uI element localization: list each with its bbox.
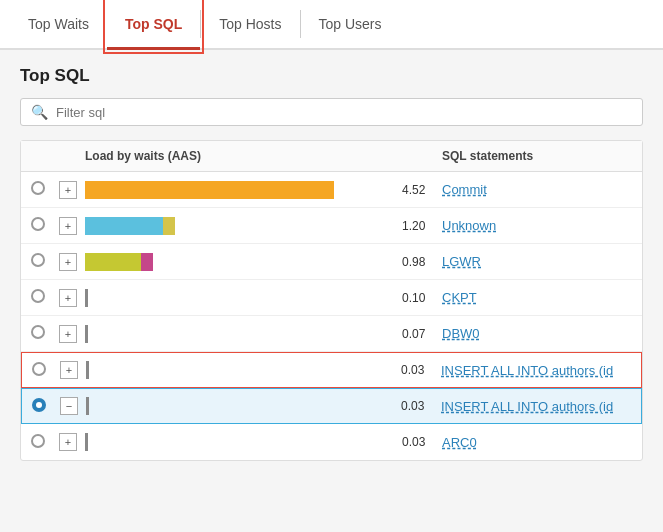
tab-top-users[interactable]: Top Users	[301, 0, 400, 50]
sql-statement-link[interactable]: ARC0	[442, 435, 477, 450]
expand-button[interactable]: +	[59, 433, 77, 451]
radio-button[interactable]	[31, 325, 45, 339]
sql-statement-link[interactable]: INSERT ALL INTO authors (id	[441, 363, 613, 378]
expand-button[interactable]: +	[59, 289, 77, 307]
bar-segment	[85, 217, 163, 235]
filter-bar[interactable]: 🔍	[20, 98, 643, 126]
tab-bar: Top Waits Top SQL Top Hosts Top Users	[0, 0, 663, 50]
sql-statement-link[interactable]: Commit	[442, 182, 487, 197]
sql-statement-link[interactable]: CKPT	[442, 290, 477, 305]
bar-track	[85, 289, 396, 307]
radio-button[interactable]	[32, 398, 46, 412]
expand-button[interactable]: +	[60, 361, 78, 379]
sql-statement-link[interactable]: Unknown	[442, 218, 496, 233]
bar-track	[85, 253, 396, 271]
filter-input[interactable]	[56, 105, 632, 120]
radio-button[interactable]	[31, 289, 45, 303]
expand-button[interactable]: +	[59, 325, 77, 343]
header-sql-statements: SQL statements	[432, 149, 632, 163]
table-row[interactable]: −0.03INSERT ALL INTO authors (id	[21, 388, 642, 424]
bar-segment	[85, 181, 334, 199]
bar-value: 0.10	[402, 291, 432, 305]
expand-button[interactable]: +	[59, 253, 77, 271]
table-row[interactable]: +0.03INSERT ALL INTO authors (id	[21, 352, 642, 388]
expand-button[interactable]: +	[59, 217, 77, 235]
main-content: Top SQL 🔍 Load by waits (AAS) SQL statem…	[0, 50, 663, 477]
bar-track	[85, 217, 396, 235]
bar-value: 0.07	[402, 327, 432, 341]
radio-button[interactable]	[31, 217, 45, 231]
bar-value: 0.03	[401, 399, 431, 413]
bar-track	[85, 325, 396, 343]
sql-statement-link[interactable]: INSERT ALL INTO authors (id	[441, 399, 613, 414]
tab-top-waits[interactable]: Top Waits	[10, 0, 107, 50]
bar-track	[86, 361, 395, 379]
table-body: +4.52Commit+1.20Unknown+0.98LGWR+0.10CKP…	[21, 172, 642, 460]
bar-value: 1.20	[402, 219, 432, 233]
expand-button[interactable]: −	[60, 397, 78, 415]
bar-segment	[85, 253, 141, 271]
thin-bar	[85, 289, 88, 307]
bar-value: 0.03	[402, 435, 432, 449]
search-icon: 🔍	[31, 104, 48, 120]
table-row[interactable]: +1.20Unknown	[21, 208, 642, 244]
table-row[interactable]: +0.10CKPT	[21, 280, 642, 316]
table-header: Load by waits (AAS) SQL statements	[21, 141, 642, 172]
table-row[interactable]: +0.03ARC0	[21, 424, 642, 460]
sql-statement-link[interactable]: LGWR	[442, 254, 481, 269]
thin-bar	[85, 433, 88, 451]
tab-top-sql[interactable]: Top SQL	[107, 0, 200, 50]
sql-table: Load by waits (AAS) SQL statements +4.52…	[20, 140, 643, 461]
tab-top-hosts[interactable]: Top Hosts	[201, 0, 299, 50]
bar-segment	[163, 217, 175, 235]
radio-button[interactable]	[31, 181, 45, 195]
thin-bar	[85, 325, 88, 343]
thin-bar	[86, 361, 89, 379]
section-title: Top SQL	[20, 66, 643, 86]
table-row[interactable]: +0.07DBW0	[21, 316, 642, 352]
header-load-waits: Load by waits (AAS)	[85, 149, 432, 163]
bar-value: 4.52	[402, 183, 432, 197]
bar-value: 0.03	[401, 363, 431, 377]
table-row[interactable]: +4.52Commit	[21, 172, 642, 208]
thin-bar	[86, 397, 89, 415]
table-row[interactable]: +0.98LGWR	[21, 244, 642, 280]
sql-statement-link[interactable]: DBW0	[442, 326, 480, 341]
expand-button[interactable]: +	[59, 181, 77, 199]
bar-track	[86, 397, 395, 415]
radio-button[interactable]	[32, 362, 46, 376]
bar-track	[85, 181, 396, 199]
bar-segment	[141, 253, 153, 271]
radio-button[interactable]	[31, 253, 45, 267]
bar-track	[85, 433, 396, 451]
radio-button[interactable]	[31, 434, 45, 448]
bar-value: 0.98	[402, 255, 432, 269]
